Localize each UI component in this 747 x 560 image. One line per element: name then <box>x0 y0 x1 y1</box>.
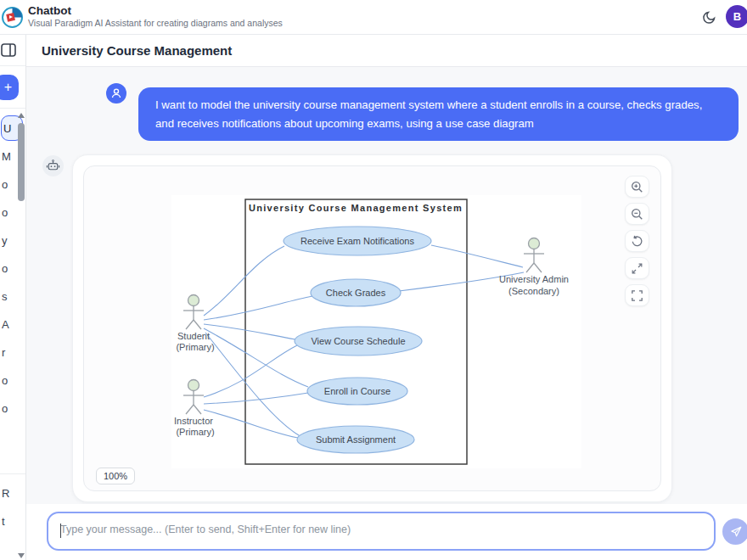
page-header: University Course Management <box>26 35 747 67</box>
composer-bar <box>26 504 747 560</box>
actor-instructor[interactable] <box>183 380 204 415</box>
actor-admin-name: University Admin <box>499 274 569 284</box>
actor-head <box>529 238 540 249</box>
system-boundary-title: University Course Management System <box>249 203 463 213</box>
sidebar-panel-icon <box>1 43 16 57</box>
sidebar-header <box>0 35 25 66</box>
new-chat-button[interactable]: + <box>0 75 19 100</box>
actor-instructor-name: Instructor <box>174 416 213 426</box>
actor-student-name: Student <box>177 331 210 341</box>
fullscreen-button[interactable] <box>625 284 649 306</box>
expand-button[interactable] <box>625 257 649 279</box>
visual-paradigm-logo-icon <box>2 7 23 28</box>
message-input[interactable] <box>48 513 714 549</box>
message-input-box <box>47 512 716 551</box>
actor-admin-role: (Secondary) <box>508 286 559 296</box>
text-cursor <box>60 524 61 538</box>
top-bar: Chatbot Visual Paradigm AI Assistant for… <box>0 0 747 35</box>
diagram-viewer-panel: University Course Management System <box>83 165 661 491</box>
moon-icon <box>702 9 717 25</box>
brand-block: Chatbot Visual Paradigm AI Assistant for… <box>28 3 283 29</box>
app-title: Chatbot <box>28 3 283 18</box>
app-window: Chatbot Visual Paradigm AI Assistant for… <box>0 0 747 560</box>
scroll-up-arrow-icon[interactable] <box>18 113 25 118</box>
user-message-avatar <box>106 83 126 104</box>
zoom-level-badge: 100% <box>96 468 135 484</box>
sidebar-toggle-button[interactable] <box>1 43 16 57</box>
use-case-diagram-canvas[interactable]: University Course Management System <box>171 195 581 468</box>
actor-head <box>188 295 199 306</box>
expand-arrows-icon <box>631 262 643 275</box>
robot-icon <box>46 159 60 173</box>
use-case-label: Check Grades <box>326 288 386 298</box>
actor-instructor-role: (Primary) <box>176 427 214 437</box>
use-case-label: View Course Schedule <box>311 336 405 346</box>
send-button[interactable] <box>722 518 747 545</box>
use-case-label: Enroll in Course <box>324 386 390 396</box>
sidebar: + U M o o y o s A r o o R t <box>0 35 26 560</box>
send-paper-plane-icon <box>729 525 743 539</box>
bot-response-card: University Course Management System <box>72 154 672 502</box>
zoom-in-button[interactable] <box>625 176 649 198</box>
zoom-in-icon <box>631 181 643 193</box>
reset-icon <box>631 235 643 248</box>
chat-area: I want to model the university course ma… <box>26 67 747 504</box>
actor-student-role: (Primary) <box>176 342 214 352</box>
dark-mode-toggle[interactable] <box>700 8 719 27</box>
reset-view-button[interactable] <box>625 230 649 252</box>
use-case-diagram-svg: University Course Management System <box>171 195 581 468</box>
actor-student[interactable] <box>183 295 204 330</box>
sidebar-scrollbar[interactable] <box>17 113 25 558</box>
zoom-out-icon <box>631 208 643 221</box>
scrollbar-thumb[interactable] <box>18 123 25 201</box>
use-case-label: Receive Exam Notifications <box>300 236 414 246</box>
user-message-bubble: I want to model the university course ma… <box>138 87 739 141</box>
page-title: University Course Management <box>42 43 232 58</box>
diagram-zoom-toolbar <box>625 176 649 306</box>
person-icon <box>110 87 122 99</box>
bot-message-avatar <box>42 155 64 176</box>
actor-head <box>188 380 199 391</box>
use-case-label: Submit Assignment <box>316 434 396 445</box>
fullscreen-icon <box>631 289 643 302</box>
scroll-down-arrow-icon[interactable] <box>18 553 25 558</box>
zoom-out-button[interactable] <box>625 203 649 225</box>
user-account-avatar[interactable]: B <box>726 5 747 28</box>
app-subtitle: Visual Paradigm AI Assistant for creatin… <box>28 18 283 29</box>
actor-university-admin[interactable] <box>524 238 544 273</box>
